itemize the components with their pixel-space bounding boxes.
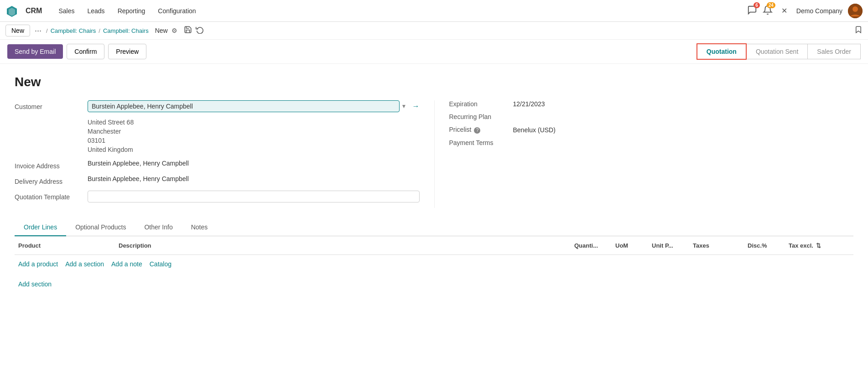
action-bar: Send by Email Confirm Preview Quotation … — [0, 40, 868, 64]
bookmark-icon[interactable] — [854, 26, 863, 36]
col-quantity: Quanti... — [571, 240, 612, 251]
form-title: New — [15, 75, 853, 89]
payment-terms-label: Payment Terms — [449, 139, 513, 146]
expiration-value: 12/21/2023 — [513, 100, 545, 108]
delivery-address-value: Burstein Applebee, Henry Campbell — [88, 175, 420, 182]
record-new-label: New — [155, 27, 168, 34]
status-quotation[interactable]: Quotation — [696, 43, 747, 60]
expiration-row: Expiration 12/21/2023 — [449, 100, 854, 108]
address-line-3: 03101 — [15, 136, 420, 145]
tab-order-lines[interactable]: Order Lines — [15, 219, 66, 236]
quotation-template-row: Quotation Template — [15, 191, 420, 202]
pricelist-help-icon[interactable]: ? — [474, 127, 480, 134]
form-right: Expiration 12/21/2023 Recurring Plan Pri… — [434, 100, 854, 208]
pricelist-row: Pricelist ? Benelux (USD) — [449, 126, 854, 134]
messages-badge: 6 — [754, 2, 760, 8]
add-product-link[interactable]: Add a product — [18, 260, 58, 268]
user-avatar[interactable] — [848, 4, 863, 18]
external-link-icon[interactable]: → — [412, 102, 420, 110]
address-line-4: United Kingdom — [15, 145, 420, 154]
notifications-badge: 24 — [767, 2, 775, 8]
quotation-template-input — [88, 191, 420, 202]
send-email-button[interactable]: Send by Email — [7, 44, 63, 59]
breadcrumb-current[interactable]: Campbell: Chairs — [103, 27, 149, 34]
status-quotation-sent[interactable]: Quotation Sent — [746, 44, 808, 59]
main-menu: Sales Leads Reporting Configuration — [53, 5, 743, 17]
discard-icon[interactable] — [196, 26, 204, 36]
customer-field-value: ▼ → — [88, 100, 420, 112]
main-content: New Customer ▼ → United Street 68 Manche… — [0, 64, 868, 362]
invoice-address-label: Invoice Address — [15, 160, 88, 170]
menu-sales[interactable]: Sales — [53, 5, 80, 17]
expiration-label: Expiration — [449, 100, 513, 108]
quotation-template-label: Quotation Template — [15, 191, 88, 201]
payment-terms-row: Payment Terms — [449, 139, 854, 146]
customer-input[interactable] — [88, 100, 400, 112]
save-icon[interactable] — [184, 26, 192, 36]
pricelist-label: Pricelist ? — [449, 126, 513, 134]
breadcrumb-actions — [184, 26, 204, 36]
close-icon[interactable]: ✕ — [778, 5, 791, 17]
catalog-link[interactable]: Catalog — [150, 260, 172, 268]
section-footer: Add section — [15, 273, 853, 295]
table-actions-row: Add a product Add a section Add a note C… — [15, 255, 853, 273]
new-button[interactable]: New — [5, 25, 30, 36]
menu-leads[interactable]: Leads — [82, 5, 110, 17]
app-logo[interactable] — [5, 5, 18, 17]
notifications-icon[interactable]: 24 — [763, 5, 773, 16]
pricelist-value: Benelux (USD) — [513, 126, 556, 134]
col-description: Description — [115, 240, 571, 251]
tabs: Order Lines Optional Products Other Info… — [15, 219, 853, 236]
delivery-address-label: Delivery Address — [15, 175, 88, 185]
breadcrumb-link-1[interactable]: Campbell: Chairs — [51, 27, 96, 34]
delivery-address-row: Delivery Address Burstein Applebee, Henr… — [15, 175, 420, 185]
app-name[interactable]: CRM — [26, 7, 42, 15]
topnav-right: 6 24 ✕ Demo Company — [747, 4, 863, 18]
confirm-button[interactable]: Confirm — [67, 44, 104, 59]
tab-notes[interactable]: Notes — [182, 219, 217, 236]
recurring-plan-label: Recurring Plan — [449, 113, 513, 120]
menu-configuration[interactable]: Configuration — [152, 5, 201, 17]
quotation-template-field[interactable] — [88, 191, 420, 202]
col-uom: UoM — [612, 240, 648, 251]
status-sales-order[interactable]: Sales Order — [807, 44, 861, 59]
tab-optional-products[interactable]: Optional Products — [66, 219, 135, 236]
recurring-plan-row: Recurring Plan — [449, 113, 854, 120]
breadcrumb-sep-1: / — [46, 27, 48, 34]
dots-menu[interactable]: ··· — [33, 26, 43, 36]
adjust-columns-icon[interactable]: ⇅ — [816, 242, 821, 249]
invoice-address-row: Invoice Address Burstein Applebee, Henry… — [15, 160, 420, 170]
col-discount: Disc.% — [744, 240, 785, 251]
company-name: Demo Company — [796, 7, 842, 15]
top-navigation: CRM Sales Leads Reporting Configuration … — [0, 0, 868, 22]
table-header: Product Description Quanti... UoM Unit P… — [15, 237, 853, 255]
col-unit-price: Unit P... — [648, 240, 689, 251]
col-taxes: Taxes — [689, 240, 744, 251]
tab-other-info[interactable]: Other Info — [135, 219, 182, 236]
messages-icon[interactable]: 6 — [747, 5, 757, 16]
svg-point-3 — [852, 6, 858, 12]
address-line-1: United Street 68 — [15, 118, 420, 127]
col-tax-excl: Tax excl. ⇅ — [785, 240, 840, 251]
status-bar: Quotation Quotation Sent Sales Order — [697, 43, 861, 60]
form-grid: Customer ▼ → United Street 68 Manchester… — [15, 100, 853, 208]
add-section-link[interactable]: Add a section — [65, 260, 104, 268]
form-left: Customer ▼ → United Street 68 Manchester… — [15, 100, 434, 208]
invoice-address-value: Burstein Applebee, Henry Campbell — [88, 160, 420, 167]
preview-button[interactable]: Preview — [108, 44, 146, 59]
add-note-link[interactable]: Add a note — [111, 260, 142, 268]
dropdown-arrow-icon[interactable]: ▼ — [401, 103, 407, 109]
breadcrumb-bar: New ··· / Campbell: Chairs / Campbell: C… — [0, 22, 868, 40]
customer-input-wrapper — [88, 100, 400, 112]
customer-field-row: Customer ▼ → — [15, 100, 420, 112]
gear-icon[interactable]: ⚙ — [172, 27, 177, 34]
address-line-2: Manchester — [15, 127, 420, 136]
menu-reporting[interactable]: Reporting — [112, 5, 151, 17]
customer-row: ▼ → — [88, 100, 420, 112]
customer-label: Customer — [15, 100, 88, 110]
add-section-footer-link[interactable]: Add section — [18, 280, 52, 288]
col-product: Product — [15, 240, 115, 251]
order-lines-table: Product Description Quanti... UoM Unit P… — [15, 236, 853, 273]
breadcrumb-sep-2: / — [99, 27, 100, 34]
